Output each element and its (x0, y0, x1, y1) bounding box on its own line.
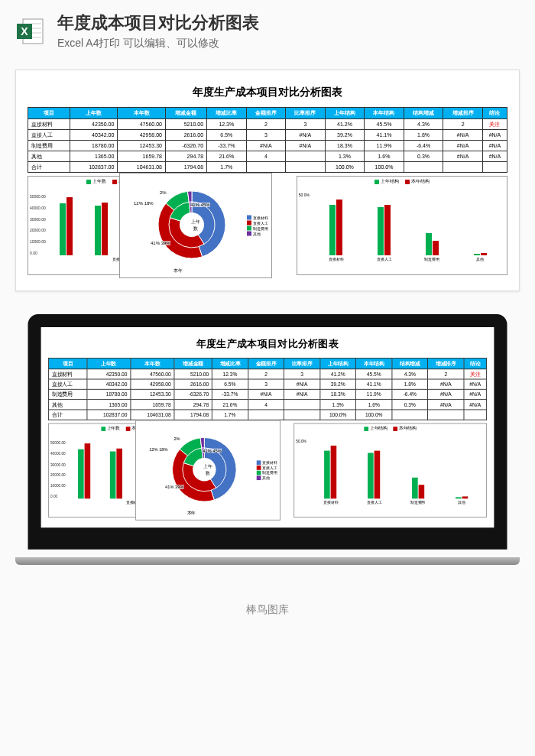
bar (85, 443, 91, 498)
cost-table: 项目上年数本年数增减金额增减比率金额排序比率排序上年结构本年结构结构增减增减排序… (48, 358, 487, 420)
table-header: 增减比率 (207, 108, 247, 119)
table-cell: 1365.00 (70, 151, 118, 162)
table-cell: 3 (246, 130, 286, 141)
table-cell: 11.9% (356, 389, 392, 399)
table-cell: 45.5% (365, 119, 404, 130)
bar (95, 206, 101, 255)
legend-item: 直接材料 (247, 216, 268, 220)
table-header: 结构增减 (392, 358, 428, 368)
table-cell: #N/A (286, 130, 326, 141)
table-cell (286, 151, 326, 162)
legend-item: 直接人工 (257, 466, 277, 470)
table-cell: 18.3% (325, 141, 365, 151)
page-subtitle: Excel A4打印 可以编辑、可以修改 (57, 37, 259, 50)
bar (462, 497, 469, 498)
bar (336, 200, 342, 255)
table-cell: 3 (286, 119, 326, 130)
table-cell: 100.0% (325, 162, 365, 173)
table-cell: 关注 (482, 119, 507, 130)
table-row: 直接人工40342.0042958.002616.006.5%3#N/A39.2… (28, 130, 507, 141)
table-cell: 4 (246, 151, 286, 162)
table-cell (284, 400, 320, 410)
table-row: 合计102837.00104631.081794.081.7%100.0%100… (49, 410, 487, 420)
bar-group (50, 197, 83, 255)
table-cell: #N/A (443, 141, 483, 151)
table-cell: 合计 (49, 410, 87, 420)
bar-group (313, 200, 359, 255)
donut-chart: 直接材料直接人工制造费用其他上年数41% 45%41% 39%12% 18%2%… (135, 420, 280, 521)
ring-label: 本年 (187, 511, 196, 518)
table-cell: 1.7% (207, 162, 247, 173)
legend-item: 本年结构 (405, 178, 430, 185)
table-cell: #N/A (428, 379, 464, 389)
table-cell: #N/A (482, 130, 507, 141)
page-title: 年度成本项目对比分析图表 (57, 11, 259, 34)
table-header: 增减排序 (428, 358, 464, 368)
table-cell: 1365.00 (87, 400, 131, 410)
table-header: 上年结构 (325, 108, 365, 119)
bar (368, 453, 374, 499)
table-cell: 制造费用 (49, 389, 87, 399)
table-cell: 2 (248, 369, 284, 379)
bar (60, 203, 66, 255)
bar (412, 477, 418, 498)
donut-center-label: 上年数 (203, 464, 212, 477)
table-cell: 42958.00 (118, 130, 166, 141)
bars (313, 194, 504, 255)
table-cell: 41.2% (320, 369, 356, 379)
table-cell: #N/A (464, 379, 486, 389)
table-cell: 4 (248, 400, 284, 410)
laptop-mockup: 年度生产成本项目对比分析图表 项目上年数本年数增减金额增减比率金额排序比率排序上… (15, 314, 520, 565)
bar (378, 207, 384, 255)
table-cell: 12453.30 (131, 389, 174, 399)
table-cell: 1659.78 (118, 151, 166, 162)
table-cell: #N/A (464, 389, 486, 399)
laptop-base (15, 557, 520, 565)
table-header: 上年结构 (320, 358, 356, 368)
chart-legend: 上年结构本年结构 (297, 177, 507, 187)
pct-label: 12% 18% (149, 447, 167, 452)
bar-group (397, 477, 439, 498)
table-cell: 41.1% (356, 379, 392, 389)
table-header: 增减排序 (443, 108, 483, 119)
table-cell: 0.3% (404, 151, 443, 162)
pct-label: 41% 39% (151, 241, 170, 245)
table-header: 结构增减 (404, 108, 443, 119)
table-cell: 4.3% (404, 119, 443, 130)
bar-group (309, 446, 352, 498)
table-cell: 100.0% (320, 410, 356, 420)
table-cell: -33.7% (212, 389, 248, 399)
table-cell: 0.3% (392, 400, 428, 410)
table-header: 上年数 (70, 108, 118, 119)
bar (384, 205, 391, 255)
bar-group (101, 449, 131, 498)
table-cell: -33.7% (207, 141, 247, 151)
pct-label: 2% (160, 190, 167, 195)
legend-item: 制造费用 (257, 471, 277, 475)
charts-row: 上年数本年数50000.0040000.0030000.0020000.0010… (28, 176, 507, 275)
table-cell: 其他 (28, 151, 70, 162)
table-cell (248, 410, 284, 420)
table-cell: 39.2% (320, 379, 356, 389)
table-cell: 104631.08 (131, 410, 174, 420)
y-label: 50.0% (299, 193, 310, 197)
table-cell: 100.0% (356, 410, 392, 420)
x-axis: 直接材料直接人工制造费用其他 (313, 257, 504, 261)
legend-item: 其他 (257, 475, 277, 480)
pct-label: 41% 45% (190, 203, 210, 207)
bar-group (441, 497, 484, 498)
table-cell: 18.3% (320, 389, 356, 399)
table-row: 其他1365.001659.78294.7821.6%41.3%1.6%0.3%… (28, 151, 507, 162)
excel-icon: X (15, 16, 46, 47)
cost-table: 项目上年数本年数增减金额增减比率金额排序比率排序上年结构本年结构结构增减增减排序… (28, 107, 507, 173)
table-row: 直接人工40342.0042958.002616.006.5%3#N/A39.2… (49, 379, 487, 389)
legend-item: 本年结构 (393, 425, 416, 432)
table-cell: #N/A (443, 130, 483, 141)
bar (426, 233, 432, 255)
table-cell: 12.3% (212, 369, 248, 379)
table-row: 制造费用18780.0012453.30-6326.70-33.7%#N/A#N… (49, 389, 487, 399)
table-cell: 1794.08 (165, 162, 206, 173)
table-cell: 关注 (464, 369, 486, 379)
table-header: 结论 (482, 108, 507, 119)
table-cell: 直接人工 (28, 130, 70, 141)
